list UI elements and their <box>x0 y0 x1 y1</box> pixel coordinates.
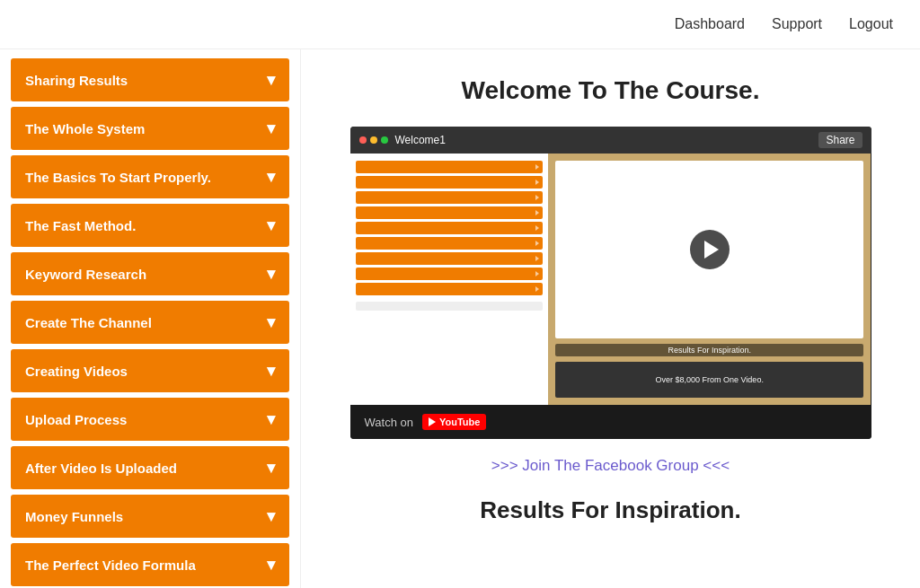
logout-link[interactable]: Logout <box>849 16 893 32</box>
play-button[interactable] <box>690 230 730 269</box>
video-top-bar: Welcome1 Share <box>350 127 871 154</box>
chevron-down-icon: ▾ <box>267 70 275 90</box>
mini-menu-8 <box>356 268 543 280</box>
main-content: Welcome To The Course. Welcome1 Share <box>301 49 920 588</box>
results-bottom-area: Over $8,000 From One Video. <box>555 362 864 398</box>
sidebar-item-creating-videos[interactable]: Creating Videos ▾ <box>11 349 289 392</box>
video-container[interactable]: Welcome1 Share <box>350 127 871 439</box>
header-nav: Dashboard Support Logout <box>675 16 893 32</box>
sidebar-item-label: The Basics To Start Properly. <box>25 170 211 185</box>
sidebar-item-upload-process[interactable]: Upload Process ▾ <box>11 398 289 441</box>
chevron-down-icon: ▾ <box>267 264 275 284</box>
results-top-label: Results For Inspiration. <box>555 344 864 356</box>
chevron-down-icon: ▾ <box>267 215 275 235</box>
sidebar-item-label: Create The Channel <box>25 315 152 330</box>
mac-dots <box>359 136 388 144</box>
chevron-down-icon: ▾ <box>267 506 275 526</box>
sidebar-item-label: Keyword Research <box>25 267 146 282</box>
close-dot <box>359 136 367 144</box>
sidebar-item-after-upload[interactable]: After Video Is Uploaded ▾ <box>11 446 289 489</box>
sidebar-item-fast-method[interactable]: The Fast Method. ▾ <box>11 204 289 247</box>
facebook-link-container: >>> Join The Facebook Group <<< <box>337 457 884 475</box>
chevron-down-icon: ▾ <box>267 361 275 381</box>
over-label: Over $8,000 From One Video. <box>655 375 763 384</box>
chevron-down-icon: ▾ <box>267 409 275 429</box>
mini-menu-6 <box>356 237 543 250</box>
sidebar-item-keyword-research[interactable]: Keyword Research ▾ <box>11 252 289 295</box>
facebook-group-link[interactable]: >>> Join The Facebook Group <<< <box>491 457 730 474</box>
sidebar-item-label: Creating Videos <box>25 364 128 379</box>
mini-menu-5 <box>356 222 543 234</box>
chevron-down-icon: ▾ <box>267 167 275 187</box>
sidebar-item-sharing-results[interactable]: Sharing Results ▾ <box>11 58 289 101</box>
sidebar-item-label: The Whole System <box>25 121 145 136</box>
video-inner: Results For Inspiration. Over $8,000 Fro… <box>350 154 871 405</box>
minimize-dot <box>370 136 377 144</box>
sidebar-item-label: Money Funnels <box>25 509 123 524</box>
mini-menu-1 <box>356 161 543 173</box>
sidebar-item-perfect-formula[interactable]: The Perfect Video Formula ▾ <box>11 543 289 586</box>
page-title: Welcome To The Course. <box>337 76 884 105</box>
chevron-down-icon: ▾ <box>267 555 275 575</box>
sidebar-item-create-channel[interactable]: Create The Channel ▾ <box>11 301 289 344</box>
header: Dashboard Support Logout <box>0 0 920 49</box>
results-section-title: Results For Inspiration. <box>337 496 884 524</box>
layout: Sharing Results ▾ The Whole System ▾ The… <box>0 49 920 588</box>
video-play-area[interactable] <box>555 161 864 338</box>
sidebar-item-label: Upload Process <box>25 412 127 427</box>
sidebar: Sharing Results ▾ The Whole System ▾ The… <box>0 49 301 588</box>
mini-menu-7 <box>356 252 543 265</box>
video-sidebar-preview <box>350 154 548 405</box>
mini-menu-9 <box>356 283 543 295</box>
youtube-logo[interactable]: YouTube <box>422 414 486 430</box>
video-tab-label: Welcome1 <box>395 134 812 146</box>
sidebar-item-label: The Fast Method. <box>25 218 136 233</box>
chevron-down-icon: ▾ <box>267 118 275 138</box>
sidebar-item-label: After Video Is Uploaded <box>25 461 177 476</box>
support-link[interactable]: Support <box>772 16 822 32</box>
youtube-bar: Watch on YouTube <box>350 405 871 439</box>
sidebar-item-basics[interactable]: The Basics To Start Properly. ▾ <box>11 155 289 198</box>
mini-menu-3 <box>356 191 543 204</box>
sidebar-item-label: The Perfect Video Formula <box>25 557 196 573</box>
chevron-down-icon: ▾ <box>267 458 275 478</box>
sidebar-item-money-funnels[interactable]: Money Funnels ▾ <box>11 495 289 538</box>
youtube-play-icon <box>429 417 436 426</box>
mini-search <box>356 302 543 311</box>
sidebar-item-whole-system[interactable]: The Whole System ▾ <box>11 107 289 150</box>
mini-menu-2 <box>356 176 543 189</box>
dashboard-link[interactable]: Dashboard <box>675 16 745 32</box>
mini-menu-4 <box>356 206 543 219</box>
video-results-preview: Results For Inspiration. Over $8,000 Fro… <box>548 154 871 405</box>
watch-on-label: Watch on <box>365 416 413 429</box>
share-button[interactable]: Share <box>818 132 862 148</box>
chevron-down-icon: ▾ <box>267 312 275 332</box>
sidebar-item-label: Sharing Results <box>25 73 128 88</box>
maximize-dot <box>381 136 388 144</box>
